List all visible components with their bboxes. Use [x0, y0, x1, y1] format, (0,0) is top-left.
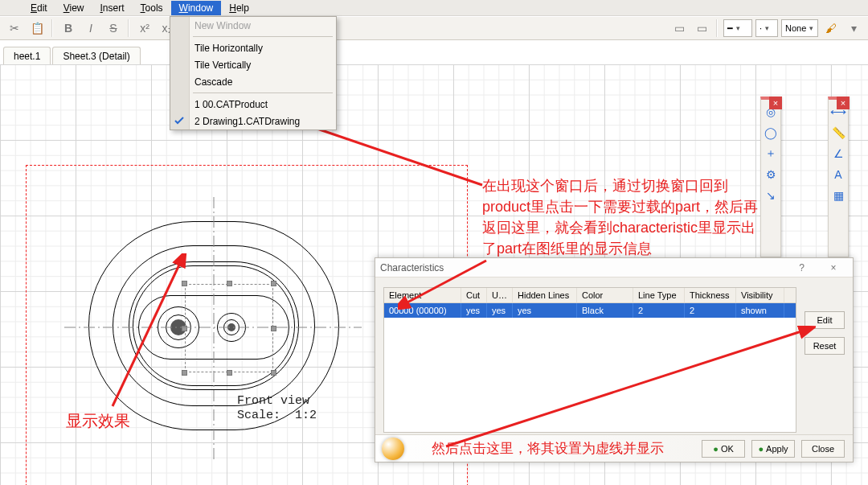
label-icon[interactable]: A	[829, 166, 847, 183]
table-row[interactable]: 00000 (00000) yes yes yes Black 2 2 show…	[384, 303, 796, 318]
annotation-bottom-text: 然后点击这里，将其设置为虚线并显示	[375, 438, 664, 459]
window-dropdown: New Window Tile Horizontally Tile Vertic…	[170, 16, 337, 130]
anno-line-2: product里点击一下需要过载的part，然后再	[482, 199, 758, 215]
reset-button[interactable]: Reset	[805, 337, 845, 355]
toolbtn-b[interactable]: ▭	[692, 19, 711, 37]
close-icon[interactable]: ×	[769, 97, 782, 109]
strike-button[interactable]: S	[104, 19, 123, 37]
characteristics-dialog: Characteristics ? × Element Cut Use Hidd…	[375, 257, 854, 462]
dialog-title-text: Characteristics	[380, 262, 444, 273]
toolbar-cut-icon[interactable]: ✂	[5, 19, 24, 37]
annotation-right-text: 在出现这个窗口后，通过切换窗口回到 product里点击一下需要过载的part，…	[482, 175, 828, 259]
menu-insert[interactable]: Insert	[92, 1, 133, 15]
dialog-footer: 然后点击这里，将其设置为虚线并显示 ● OK ● Apply Close	[375, 434, 853, 462]
apply-label: Apply	[766, 444, 788, 454]
menu-window[interactable]: Window	[171, 1, 222, 15]
cell-color: Black	[577, 303, 633, 318]
characteristics-table: Element Cut Use Hidden Lines Color Line …	[383, 287, 796, 433]
view-scale-label: Scale: 1:2	[237, 409, 317, 422]
dialog-titlebar[interactable]: Characteristics ? ×	[375, 258, 853, 277]
bold-button[interactable]: B	[59, 19, 78, 37]
tile-v-label: Tile Vertically	[194, 60, 251, 71]
menuitem-doc-catdrawing[interactable]: 2 Drawing1.CATDrawing	[170, 113, 336, 129]
cell-element: 00000 (00000)	[384, 303, 461, 318]
col-hidden[interactable]: Hidden Lines	[513, 288, 577, 302]
dialog-close-button[interactable]: ×	[819, 261, 848, 275]
anno-line-1: 在出现这个窗口后，通过切换窗口回到	[482, 178, 728, 194]
col-use[interactable]: Use	[487, 288, 513, 302]
close-button[interactable]: Close	[801, 440, 845, 458]
tab-sheet3-detail[interactable]: Sheet.3 (Detail)	[52, 47, 140, 64]
toolbar-paste-icon[interactable]: 📋	[27, 19, 47, 37]
cell-use: yes	[487, 303, 513, 318]
col-element[interactable]: Element	[384, 288, 461, 302]
doc1-label: 1 00.CATProduct	[194, 99, 268, 110]
sheet-tabs: heet.1 Sheet.3 (Detail)	[0, 43, 142, 64]
cascade-label: Cascade	[194, 76, 232, 88]
col-cut[interactable]: Cut	[461, 288, 487, 302]
ok-button[interactable]: ● OK	[702, 440, 745, 458]
style-drop-arrow[interactable]: ▾	[844, 19, 863, 37]
cell-visibility: shown	[736, 303, 784, 318]
style-dropdown-3[interactable]: None▾	[781, 19, 818, 37]
menuitem-tile-horizontally[interactable]: Tile Horizontally	[170, 39, 336, 56]
doc2-label: 2 Drawing1.CATDrawing	[194, 116, 300, 127]
main-toolbar: ✂ 📋 B I S x² x₂ ▭ ▭ ━▾ ·▾ None▾ 🖌 ▾	[0, 16, 868, 40]
menu-bar: Edit View Insert Tools Window Help	[0, 0, 868, 16]
tab-sheet1[interactable]: heet.1	[3, 47, 51, 64]
toolbtn-a[interactable]: ▭	[669, 19, 689, 37]
style-dropdown-1[interactable]: ━▾	[723, 19, 752, 37]
menu-edit[interactable]: Edit	[23, 1, 55, 15]
col-visibility[interactable]: Visibility	[736, 288, 784, 302]
plus-icon[interactable]: ＋	[762, 145, 780, 162]
angle-icon[interactable]: ∠	[829, 145, 847, 162]
anno-line-4: 了part在图纸里的显示信息	[482, 240, 652, 257]
tile-h-label: Tile Horizontally	[194, 43, 263, 54]
ok-label: OK	[721, 444, 734, 454]
style-dropdown-2[interactable]: ·▾	[755, 19, 778, 37]
close-icon[interactable]: ×	[837, 97, 850, 109]
ruler-icon[interactable]: 📏	[829, 124, 847, 142]
annotation-result-label: 显示效果	[66, 410, 130, 432]
apply-button[interactable]: ● Apply	[751, 440, 795, 458]
grid-icon[interactable]: ▦	[829, 187, 847, 204]
menuitem-doc-catproduct[interactable]: 1 00.CATProduct	[170, 96, 336, 113]
menu-help[interactable]: Help	[221, 1, 257, 15]
col-linetype[interactable]: Line Type	[633, 288, 685, 302]
style-none-label: None	[785, 23, 806, 33]
circle-icon[interactable]: ◯	[762, 124, 780, 142]
floating-toolbar-2[interactable]: × ⟷ 📏 ∠ A ▦	[828, 97, 849, 257]
check-icon	[174, 116, 184, 125]
anno-line-3: 返回这里，就会看到characteristic里显示出	[482, 220, 755, 236]
table-header: Element Cut Use Hidden Lines Color Line …	[384, 288, 796, 303]
cell-hidden: yes	[513, 303, 577, 318]
menu-tools[interactable]: Tools	[133, 1, 171, 15]
menuitem-tile-vertically[interactable]: Tile Vertically	[170, 56, 336, 73]
superscript-button[interactable]: x²	[135, 19, 154, 37]
style-brush-icon[interactable]: 🖌	[821, 19, 841, 37]
cell-linetype: 2	[633, 303, 685, 318]
menuitem-cascade[interactable]: Cascade	[170, 73, 336, 90]
menuitem-new-window: New Window	[170, 17, 336, 34]
dialog-help-button[interactable]: ?	[788, 261, 817, 275]
italic-button[interactable]: I	[81, 19, 100, 37]
menu-view[interactable]: View	[55, 1, 92, 15]
cell-thickness: 2	[685, 303, 736, 318]
edit-button[interactable]: Edit	[805, 311, 845, 329]
col-thickness[interactable]: Thickness	[685, 288, 736, 302]
col-color[interactable]: Color	[577, 288, 633, 302]
cell-cut: yes	[461, 303, 487, 318]
view-name-label: Front view	[237, 394, 309, 408]
